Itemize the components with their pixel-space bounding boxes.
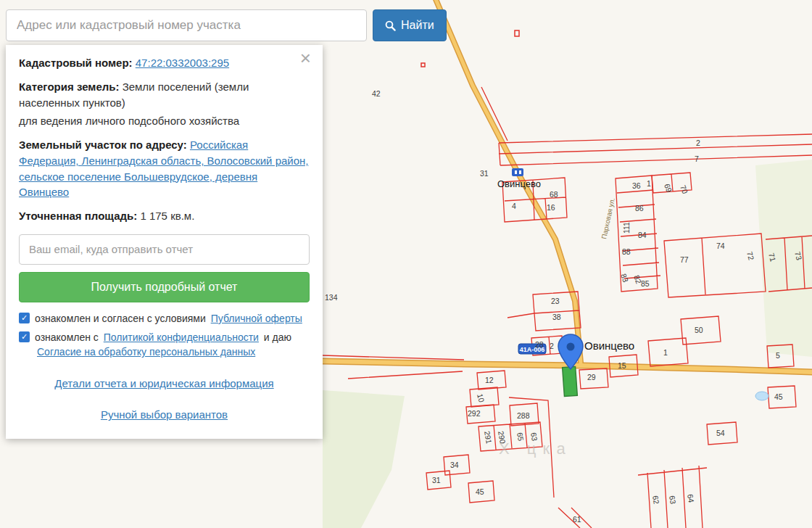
parcel-number-label: 2 — [550, 342, 554, 350]
place-label-ovintsevo: Овинцево — [497, 178, 541, 189]
parcel-number-label: 1 — [663, 348, 668, 357]
land-category-label: Категория земель: — [19, 81, 119, 93]
personal-data-consent-link[interactable]: Согласие на обработку персональных данны… — [37, 346, 255, 358]
get-report-button[interactable]: Получить подробный отчет — [19, 272, 310, 302]
area-value: 1 175 кв.м. — [140, 210, 194, 222]
parcel-number-label: 5 — [776, 351, 780, 360]
search-button[interactable]: Найти — [373, 9, 447, 41]
parcel-number-label: 54 — [716, 429, 725, 437]
parcel-number-label: 29 — [587, 373, 596, 381]
privacy-consent-text: ознакомлен с Политикой конфиденциальност… — [35, 330, 310, 360]
manual-choice-link[interactable]: Ручной выбор вариантов — [101, 408, 228, 421]
search-button-label: Найти — [401, 19, 434, 32]
cadastral-number-link[interactable]: 47:22:0332003:295 — [136, 57, 229, 69]
parcel-number-label: 77 — [680, 255, 689, 264]
parcel-number-label: 63 — [668, 495, 678, 505]
email-field[interactable] — [19, 234, 310, 265]
parcel-number-label: 38 — [552, 313, 561, 321]
land-category-row: Категория земель: Земли поселений (земли… — [19, 79, 310, 111]
parcel-number-label: 2 — [696, 139, 700, 147]
parcel-number-label: 23 — [551, 297, 560, 305]
land-use-row: для ведения личного подсобного хозяйства — [19, 113, 310, 129]
public-offer-link[interactable]: Публичной оферты — [211, 313, 302, 324]
cadastral-number-label: Кадастровый номер: — [19, 57, 133, 69]
search-input[interactable] — [6, 9, 367, 41]
offer-consent-text: ознакомлен и согласен с условиями Публич… — [35, 311, 304, 326]
parcel-number-label: 15 — [618, 361, 626, 370]
road-number-badge-label: 41А-006 — [520, 346, 545, 353]
privacy-consent-row[interactable]: ✓ ознакомлен с Политикой конфиденциально… — [19, 330, 310, 360]
parcel-number-label: 31 — [432, 476, 441, 484]
search-bar: Найти — [6, 9, 447, 41]
parcel-number-label: 42 — [372, 89, 381, 98]
parcel-number-label: 292 — [468, 409, 481, 418]
address-label: Земельный участок по адресу: — [19, 139, 187, 151]
selected-parcel-highlight[interactable] — [563, 366, 578, 396]
parcel-number-label: 134 — [325, 293, 338, 302]
parcel-number-label: 111 — [622, 222, 631, 234]
parcel-number-label: 62 — [651, 495, 661, 505]
checkbox-checked-icon[interactable]: ✓ — [19, 331, 30, 342]
parcel-number-label: 45 — [774, 392, 783, 401]
parcel-info-panel: × Кадастровый номер: 47:22:0332003:295 К… — [6, 45, 323, 439]
privacy-policy-link[interactable]: Политикой конфиденциальности — [104, 331, 259, 343]
parcel-number-label: 1 — [647, 179, 651, 188]
close-icon[interactable]: × — [296, 48, 315, 68]
offer-consent-row[interactable]: ✓ ознакомлен и согласен с условиями Публ… — [19, 311, 310, 326]
parcel-number-label: 50 — [695, 326, 703, 334]
checkbox-checked-icon[interactable]: ✓ — [19, 313, 30, 323]
manual-choice-row: Ручной выбор вариантов — [19, 407, 310, 423]
search-icon — [385, 20, 396, 31]
cadastral-number-row: Кадастровый номер: 47:22:0332003:295 — [19, 55, 310, 71]
parcel-number-label: 31 — [480, 169, 489, 178]
area-row: Уточненная площадь: 1 175 кв.м. — [19, 208, 310, 224]
parcel-number-label: 34 — [450, 461, 459, 469]
parcel-number-label: 36 — [632, 181, 641, 190]
pond-shape — [755, 392, 768, 400]
parcel-number-label: 85 — [641, 279, 650, 288]
cadastral-map-page: 422731Овинцево68361697041686111848883828… — [0, 0, 812, 528]
watermark-text: Х цка — [499, 440, 572, 458]
parcel-number-label: 288 — [517, 411, 530, 420]
place-label-ovintsevo: Овинцево — [584, 339, 634, 352]
report-details-row: Детали отчета и юридическая информация — [19, 376, 310, 392]
parcel-number-label: 64 — [686, 493, 696, 503]
parcel-number-label: 7 — [695, 154, 699, 163]
report-details-link[interactable]: Детали отчета и юридическая информация — [54, 377, 273, 389]
railway-station-icon-detail — [519, 170, 521, 174]
railway-station-icon-detail — [515, 170, 517, 174]
parcel-number-label: 84 — [638, 231, 647, 239]
parcel-number-label: 61 — [573, 515, 581, 524]
parcel-number-label: 68 — [550, 190, 558, 199]
parcel-number-label: 45 — [476, 487, 484, 496]
parcel-number-label: 74 — [716, 242, 725, 250]
parcel-number-label: 86 — [635, 204, 644, 213]
area-label: Уточненная площадь: — [19, 210, 137, 222]
parcel-number-label: 12 — [485, 376, 494, 384]
railway-station-icon — [512, 168, 523, 176]
address-row: Земельный участок по адресу: Российская … — [19, 137, 310, 200]
parcel-number-label: 88 — [622, 247, 631, 256]
parcel-number-label: 16 — [547, 203, 555, 212]
parcel-number-label: 4 — [512, 202, 516, 210]
